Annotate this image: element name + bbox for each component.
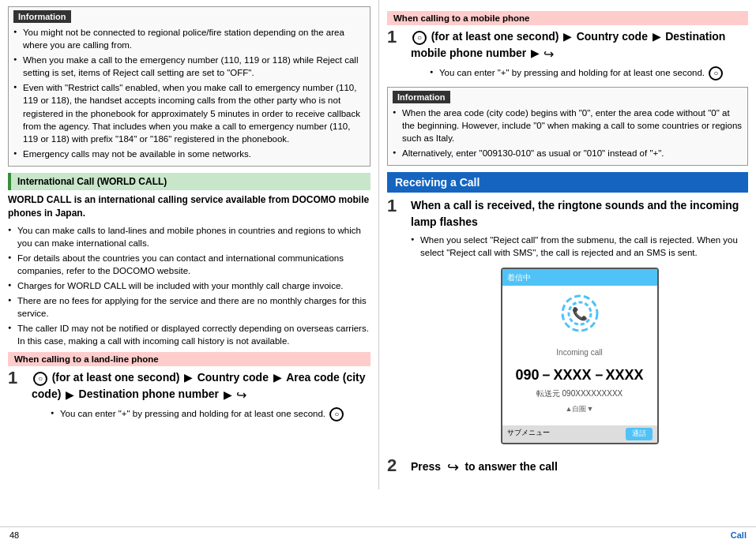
- land-step1-content: ○ (for at least one second) ▶ Country co…: [32, 369, 370, 423]
- intl-bullet-2: For details about the countries you can …: [8, 252, 370, 277]
- phone-status-label: 着信中: [507, 273, 531, 282]
- info-bullet-4: Emergency calls may not be available in …: [13, 148, 365, 160]
- info-bullet-1: You might not be connected to regional p…: [13, 26, 365, 51]
- recv-step1-number: 1: [387, 197, 406, 215]
- mobile-step1-bullet: You can enter "+" by pressing and holdin…: [430, 66, 748, 81]
- circle-icon-right: ○: [412, 31, 427, 45]
- info-section-right: Information When the area code (city cod…: [387, 87, 748, 166]
- page: Information You might not be connected t…: [0, 0, 756, 543]
- phone-forward-label: 転送元 090XXXXXXXXX: [509, 388, 651, 399]
- recv-step2-suffix: to answer the call: [465, 460, 557, 473]
- page-footer: 48 Call: [0, 526, 756, 543]
- info-bullet-right-2: Alternatively, enter "009130-010" as usu…: [393, 147, 743, 159]
- circle-icon-left-sub: ○: [329, 407, 344, 421]
- send-icon-left: ↪: [236, 388, 246, 402]
- left-column: Information You might not be connected t…: [0, 0, 379, 489]
- info-bullet-3: Even with "Restrict calls" enabled, when…: [13, 81, 365, 144]
- phone-screen-bottom: サブメニュー 通話: [502, 425, 657, 443]
- arrow1-right: ▶: [563, 28, 572, 45]
- dest-phone-left: Destination phone number: [79, 388, 219, 401]
- recv-step1-bullets: When you select "Reject call" from the s…: [411, 234, 748, 259]
- phone-number-display: 090－XXXX－XXXX: [509, 365, 651, 386]
- send-icon-right: ↪: [543, 47, 554, 61]
- recv-step2-content: Press ↪ to answer the call: [411, 457, 748, 478]
- submenu-label: サブメニュー: [507, 428, 550, 440]
- country-code-left: Country code: [197, 371, 269, 384]
- info-bullet-2: When you make a call to the emergency nu…: [13, 54, 365, 79]
- intl-bullet-5: The caller ID may not be notified or dis…: [8, 322, 370, 347]
- recv-step2-text: Press: [411, 460, 441, 473]
- circle-icon-left: ○: [33, 372, 47, 386]
- info-bullets-right: When the area code (city code) begins wi…: [393, 107, 743, 159]
- intl-bullets: You can make calls to land-lines and mob…: [8, 224, 370, 348]
- recv-step2: 2 Press ↪ to answer the call: [387, 457, 748, 478]
- mobile-section-header: When calling to a mobile phone: [387, 11, 748, 25]
- phone-screen-body: 📞 Incoming call 090－XXXX－XXXX 転送元 090XXX…: [502, 286, 657, 426]
- mobile-step1-content: ○ (for at least one second) ▶ Country co…: [411, 28, 748, 82]
- land-step1-bullet: You can enter "+" by pressing and holdin…: [51, 407, 370, 421]
- arrow4-left: ▶: [224, 387, 232, 403]
- info-label-right: Information: [393, 91, 450, 103]
- arrow3-right: ▶: [531, 45, 540, 62]
- call-button-label: 通話: [626, 428, 653, 440]
- mobile-step1-text: (for at least one second): [431, 30, 559, 43]
- info-section-left: Information You might not be connected t…: [8, 6, 370, 167]
- info-bullets-left: You might not be connected to regional p…: [13, 26, 365, 160]
- arrow3-left: ▶: [66, 387, 74, 403]
- right-column: When calling to a mobile phone 1 ○ (for …: [379, 0, 756, 489]
- recv-step1-text: When a call is received, the ringtone so…: [411, 199, 739, 228]
- circle-icon-right-sub: ○: [709, 66, 723, 81]
- land-step1-number: 1: [8, 369, 27, 387]
- svg-text:📞: 📞: [572, 306, 588, 321]
- land-section-header: When calling to a land-line phone: [8, 352, 370, 366]
- bars-label: ▲自圏▼: [509, 404, 651, 415]
- intl-section-header: International Call (WORLD CALL): [8, 173, 370, 190]
- info-label-left: Information: [13, 10, 71, 23]
- main-content: Information You might not be connected t…: [0, 0, 756, 508]
- land-step1-subbullets: You can enter "+" by pressing and holdin…: [51, 407, 370, 421]
- answer-icon: ↪: [447, 459, 459, 475]
- receiving-header: Receiving a Call: [387, 172, 748, 193]
- mobile-step1: 1 ○ (for at least one second) ▶ Country …: [387, 28, 748, 82]
- recv-step2-number: 2: [387, 457, 406, 474]
- land-step1-text: (for at least one second): [52, 371, 180, 384]
- arrow2-right: ▶: [653, 28, 661, 45]
- phone-large-icon: 📞: [509, 294, 651, 343]
- incoming-call-label: Incoming call: [509, 346, 651, 358]
- intl-bullet-4: There are no fees for applying for the s…: [8, 294, 370, 320]
- info-bullet-right-1: When the area code (city code) begins wi…: [393, 107, 743, 144]
- country-code-right: Country code: [577, 30, 648, 43]
- intl-intro: WORLD CALL is an international calling s…: [8, 193, 370, 220]
- mobile-step1-subbullets: You can enter "+" by pressing and holdin…: [430, 66, 748, 81]
- phone-screen-top: 着信中: [502, 269, 657, 286]
- page-number: 48: [9, 530, 19, 540]
- footer-call-label: Call: [731, 530, 747, 540]
- recv-step1-content: When a call is received, the ringtone so…: [411, 197, 748, 451]
- intl-bullet-1: You can make calls to land-lines and mob…: [8, 224, 370, 249]
- land-step1: 1 ○ (for at least one second) ▶ Country …: [8, 369, 370, 423]
- recv-step1: 1 When a call is received, the ringtone …: [387, 197, 748, 451]
- mobile-step1-number: 1: [387, 28, 406, 46]
- phone-screen: 着信中 📞 Incoming call 090－X: [501, 268, 659, 444]
- arrow2-left: ▶: [273, 369, 282, 386]
- intl-bullet-3: Charges for WORLD CALL will be included …: [8, 279, 370, 292]
- arrow1-left: ▶: [184, 369, 193, 386]
- recv-step1-bullet: When you select "Reject call" from the s…: [411, 234, 748, 259]
